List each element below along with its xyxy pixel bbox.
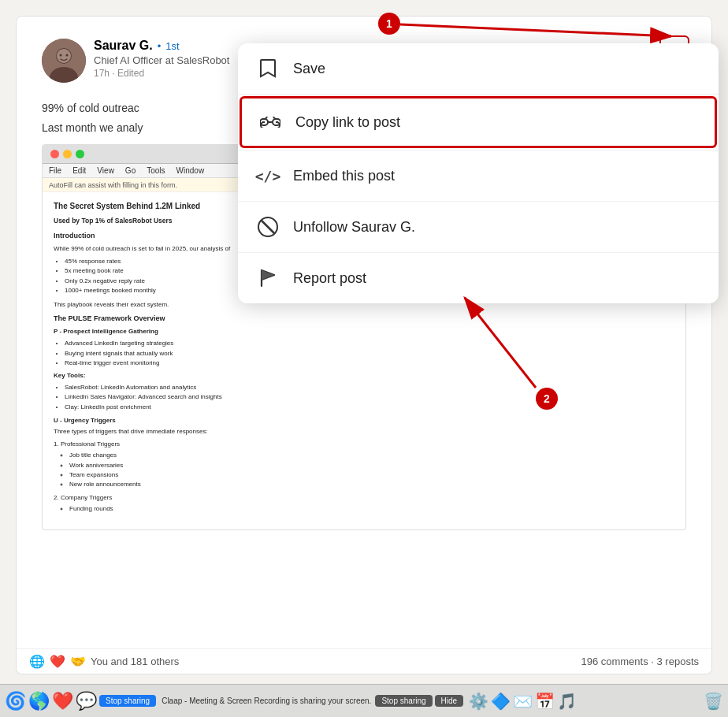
doc-trigger-b: Work anniversaries bbox=[69, 461, 674, 470]
reaction-emoji-1: 🌐 bbox=[29, 654, 45, 669]
reactions-section: 🌐 ❤️ 🤝 You and 181 others bbox=[29, 654, 179, 669]
doc-company-a: Funding rounds bbox=[69, 504, 674, 514]
author-name[interactable]: Saurav G. bbox=[94, 39, 153, 53]
reaction-emoji-2: ❤️ bbox=[50, 654, 65, 669]
dock-icon-mail[interactable]: ✉️ bbox=[513, 692, 533, 711]
doc-trigger-c: Team expansions bbox=[69, 470, 674, 480]
doc-triggers-label: 1. Professional Triggers bbox=[54, 440, 674, 449]
dock-claap-text: Claap - Meeting & Screen Recording is sh… bbox=[162, 697, 371, 705]
doc-trigger-a: Job title changes bbox=[69, 451, 674, 460]
doc-p-bullet-b: Buying intent signals that actually work bbox=[65, 349, 674, 358]
reactions-count: You and 181 others bbox=[91, 656, 179, 667]
menu-item-unfollow[interactable]: Unfollow Saurav G. bbox=[238, 202, 719, 253]
doc-key-tools-label: Key Tools: bbox=[54, 371, 674, 381]
doc-p-bullet-a: Advanced LinkedIn targeting strategies bbox=[65, 339, 674, 348]
dock-icon-grid[interactable]: ⚙️ bbox=[469, 692, 488, 711]
dock-stop-sharing[interactable]: Stop sharing bbox=[375, 695, 432, 707]
dock-icon-finder[interactable]: 🌀 bbox=[5, 691, 26, 711]
doc-section-pulse: The PULSE Framework Overview bbox=[54, 314, 674, 325]
save-icon bbox=[257, 58, 279, 80]
menu-item-save[interactable]: Save bbox=[238, 43, 719, 95]
engagement-bar: 🌐 ❤️ 🤝 You and 181 others 196 comments ·… bbox=[17, 648, 711, 674]
menu-go[interactable]: Go bbox=[125, 166, 136, 175]
doc-section-u: U - Urgency Triggers bbox=[54, 416, 674, 425]
menu-file[interactable]: File bbox=[49, 166, 61, 175]
dock-icon-heart[interactable]: ❤️ bbox=[52, 691, 73, 711]
annotation-badge-2: 2 bbox=[536, 388, 558, 410]
menu-tools[interactable]: Tools bbox=[147, 166, 165, 175]
menu-edit[interactable]: Edit bbox=[72, 166, 86, 175]
avatar bbox=[42, 39, 86, 83]
doc-p-bullets: Advanced LinkedIn targeting strategies B… bbox=[54, 339, 674, 368]
dropdown-menu: Save Copy link to post </> Embed this po… bbox=[238, 43, 719, 303]
unfollow-label: Unfollow Saurav G. bbox=[293, 219, 415, 236]
doc-company-bullets: Funding rounds bbox=[54, 504, 674, 514]
doc-section-p: P - Prospect Intelligence Gathering bbox=[54, 327, 674, 336]
svg-point-5 bbox=[66, 54, 69, 57]
menu-item-report[interactable]: Report post bbox=[238, 253, 719, 303]
dock-icon-globe[interactable]: 🌎 bbox=[28, 691, 50, 711]
doc-key-tools: SalesRobot: LinkedIn Automation and anal… bbox=[54, 383, 674, 412]
copy-link-label: Copy link to post bbox=[295, 114, 400, 131]
dock-icon-cal[interactable]: 📅 bbox=[535, 692, 555, 711]
dock-notification-badge[interactable]: Stop sharing bbox=[99, 695, 156, 707]
menu-window[interactable]: Window bbox=[176, 166, 205, 175]
menu-item-copy-link[interactable]: Copy link to post bbox=[240, 96, 717, 148]
dock: 🌀 🌎 ❤️ 💬 Stop sharing Claap - Meeting & … bbox=[0, 684, 728, 717]
menu-item-embed[interactable]: </> Embed this post bbox=[238, 150, 719, 202]
dock-icon-slack[interactable]: 🔷 bbox=[491, 692, 511, 711]
reaction-emoji-3: 🤝 bbox=[70, 654, 86, 669]
dock-icon-trash[interactable]: 🗑️ bbox=[704, 692, 723, 711]
connection-badge: • bbox=[158, 40, 162, 52]
doc-trigger-bullets: Job title changes Work anniversaries Tea… bbox=[54, 451, 674, 490]
dock-icon-chat[interactable]: 💬 bbox=[76, 691, 97, 711]
menu-view[interactable]: View bbox=[97, 166, 114, 175]
doc-tool-a: SalesRobot: LinkedIn Automation and anal… bbox=[65, 383, 674, 392]
report-label: Report post bbox=[293, 270, 366, 287]
doc-tool-c: Clay: LinkedIn post enrichment bbox=[65, 403, 674, 412]
doc-trigger-d: New role announcements bbox=[69, 480, 674, 489]
svg-line-10 bbox=[262, 221, 274, 233]
svg-point-3 bbox=[57, 49, 71, 63]
traffic-red[interactable] bbox=[50, 150, 59, 158]
traffic-yellow[interactable] bbox=[63, 150, 72, 158]
embed-label: Embed this post bbox=[293, 168, 395, 184]
flag-icon bbox=[257, 267, 279, 289]
annotation-badge-1: 1 bbox=[378, 13, 400, 35]
comments-reposts: 196 comments · 3 reposts bbox=[581, 656, 699, 667]
doc-p-bullet-c: Real-time trigger event monitoring bbox=[65, 358, 674, 368]
doc-tool-b: LinkedIn Sales Navigator: Advanced searc… bbox=[65, 392, 674, 402]
avatar-image bbox=[42, 39, 86, 83]
doc-u-text: Three types of triggers that drive immed… bbox=[54, 427, 674, 437]
dock-hide[interactable]: Hide bbox=[435, 695, 464, 707]
connection-label: 1st bbox=[165, 40, 179, 52]
dock-icon-music[interactable]: 🎵 bbox=[557, 692, 577, 711]
autofill-text: AutoFill can assist with filling in this… bbox=[49, 181, 177, 189]
traffic-green[interactable] bbox=[76, 150, 84, 158]
unfollow-icon bbox=[257, 216, 279, 238]
doc-section-2: 2. Company Triggers bbox=[54, 493, 674, 503]
svg-point-4 bbox=[60, 54, 62, 57]
embed-icon: </> bbox=[257, 165, 279, 187]
save-label: Save bbox=[293, 61, 325, 77]
link-icon bbox=[259, 111, 281, 133]
